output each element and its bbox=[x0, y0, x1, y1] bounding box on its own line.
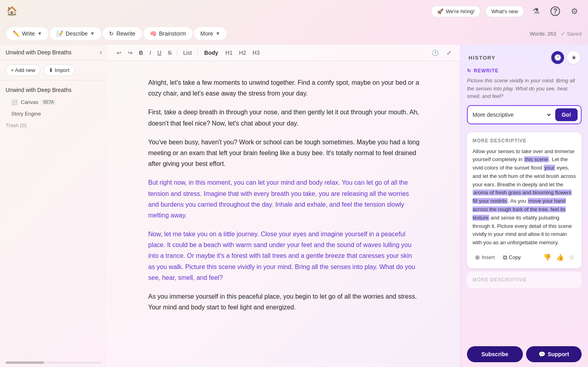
history-star-icon: ★ bbox=[571, 54, 576, 61]
saved-badge: ✓ Saved bbox=[561, 31, 582, 37]
bold-icon: B bbox=[139, 50, 143, 56]
more-button[interactable]: More ▼ bbox=[194, 27, 227, 40]
import-button[interactable]: ⬇ Import bbox=[44, 64, 74, 76]
history-star-button[interactable]: ★ bbox=[567, 51, 580, 64]
history-toggle-button[interactable]: 🕐 bbox=[429, 48, 441, 58]
h2-format-label[interactable]: H2 bbox=[236, 48, 248, 58]
sidebar-item-trash[interactable]: Trash (0) bbox=[0, 120, 107, 131]
sidebar-nav: Unwind with Deep Breaths ⬜ Canvas BETA S… bbox=[0, 80, 107, 361]
thumbdown-icon: 👎 bbox=[543, 254, 551, 261]
bookmark-button[interactable]: ☆ bbox=[567, 252, 576, 263]
clock-icon: 🕐 bbox=[432, 50, 439, 56]
alert-button[interactable]: ⚗ bbox=[529, 4, 543, 18]
expand-button[interactable]: ⤢ bbox=[444, 48, 454, 58]
go-button[interactable]: Go! bbox=[555, 108, 578, 121]
rewrite-style-select[interactable]: More descriptive More concise More forma… bbox=[471, 111, 552, 118]
main-layout: Unwind with Deep Breaths ‹ + Add new ⬇ I… bbox=[0, 45, 588, 367]
story-engine-label: Story Engine bbox=[11, 111, 41, 117]
insert-button[interactable]: ⊕ Insert bbox=[473, 252, 497, 263]
h3-format-label[interactable]: H3 bbox=[250, 48, 262, 58]
canvas-icon: ⬜ bbox=[11, 99, 18, 105]
expand-icon: ⤢ bbox=[447, 50, 451, 56]
copy-button[interactable]: ⧉ Copy bbox=[501, 252, 523, 263]
hiring-label: We're hiring! bbox=[446, 8, 475, 14]
body-format-label[interactable]: Body bbox=[201, 48, 221, 58]
result-card-1: MORE DESCRIPTIVE Allow your senses to ta… bbox=[467, 132, 582, 269]
sidebar-header: Unwind with Deep Breaths ‹ bbox=[0, 45, 107, 60]
panel-bottom: Subscribe 💬 Support bbox=[461, 341, 588, 367]
help-button[interactable]: ? bbox=[548, 4, 562, 18]
settings-button[interactable]: ⚙ bbox=[567, 4, 582, 18]
rewrite-label: Rewrite bbox=[116, 30, 135, 37]
brainstorm-button[interactable]: 🧠 Brainstorm bbox=[143, 27, 193, 40]
h1-format-label[interactable]: H1 bbox=[223, 48, 235, 58]
thumbdown-button[interactable]: 👎 bbox=[542, 252, 553, 263]
trash-label: Trash (0) bbox=[6, 122, 26, 128]
more-chevron-icon: ▼ bbox=[216, 31, 220, 36]
topbar: 🏠 🚀 We're hiring! What's new ⚗ ? ⚙ bbox=[0, 0, 588, 22]
editor-paragraph-6: As you immerse yourself in this peaceful… bbox=[148, 291, 420, 313]
sidebar-doc-name: Unwind with Deep Breaths bbox=[6, 87, 72, 93]
sidebar-actions: + Add new ⬇ Import bbox=[0, 60, 107, 80]
sidebar-doc-title: Unwind with Deep Breaths bbox=[6, 49, 72, 56]
history-clock-button[interactable]: 🕐 bbox=[551, 51, 564, 64]
result-actions: ⊕ Insert ⧉ Copy 👎 👍 ☆ bbox=[473, 252, 576, 263]
editor-text-area[interactable]: Alright, let's take a few moments to unw… bbox=[148, 77, 420, 313]
copy-label: Copy bbox=[509, 254, 521, 260]
result-card-preview: MORE DESCRIPTIVE bbox=[467, 271, 582, 288]
strikethrough-icon: S bbox=[168, 50, 171, 56]
bookmark-icon: ☆ bbox=[569, 254, 574, 261]
rewrite-controls: More descriptive More concise More forma… bbox=[467, 105, 582, 124]
describe-button[interactable]: 📝 Describe ▼ bbox=[50, 27, 101, 40]
bold-button[interactable]: B bbox=[137, 48, 145, 58]
words-count: Words: 263 bbox=[530, 31, 556, 37]
checkmark-icon: ✓ bbox=[561, 31, 565, 37]
sidebar-item-canvas[interactable]: ⬜ Canvas BETA bbox=[0, 96, 107, 108]
highlight-2: your bbox=[544, 165, 555, 171]
result-card-text: Allow your senses to take over and immer… bbox=[473, 148, 576, 247]
italic-button[interactable]: I bbox=[147, 48, 153, 58]
hiring-button[interactable]: 🚀 We're hiring! bbox=[431, 6, 481, 17]
brainstorm-icon: 🧠 bbox=[150, 30, 157, 37]
redo-button[interactable]: ↪ bbox=[125, 48, 135, 58]
rewrite-button[interactable]: ↻ Rewrite bbox=[103, 27, 141, 40]
whats-new-button[interactable]: What's new bbox=[485, 6, 524, 17]
editor-content[interactable]: Alright, let's take a few moments to unw… bbox=[108, 61, 460, 367]
subscribe-button[interactable]: Subscribe bbox=[467, 346, 523, 362]
alert-icon: ⚗ bbox=[532, 6, 540, 16]
topbar-right: 🚀 We're hiring! What's new ⚗ ? ⚙ bbox=[431, 4, 582, 18]
format-separator-2 bbox=[197, 49, 198, 56]
editor-paragraph-1: Alright, let's take a few moments to unw… bbox=[148, 77, 420, 99]
rewrite-icon: ↻ bbox=[109, 30, 114, 37]
history-title: HISTORY bbox=[469, 55, 496, 61]
list-button[interactable]: List bbox=[181, 48, 194, 58]
thumbup-button[interactable]: 👍 bbox=[554, 252, 566, 263]
rewrite-description: Picture this scene vividly in your mind.… bbox=[467, 77, 582, 100]
sidebar-close-button[interactable]: ‹ bbox=[100, 49, 102, 56]
list-icon: List bbox=[183, 50, 192, 56]
support-button[interactable]: 💬 Support bbox=[526, 346, 582, 362]
thumbup-icon: 👍 bbox=[556, 254, 564, 261]
write-button[interactable]: ✏️ Write ▼ bbox=[6, 27, 48, 40]
undo-button[interactable]: ↩ bbox=[114, 48, 124, 58]
sidebar-scrollbar[interactable] bbox=[6, 361, 102, 364]
more-label: More bbox=[201, 30, 213, 37]
result-card-preview-title: MORE DESCRIPTIVE bbox=[473, 277, 576, 283]
sidebar-item-unwind[interactable]: Unwind with Deep Breaths bbox=[0, 84, 107, 96]
editor-panel: ↩ ↪ B I U S List Body H1 H2 bbox=[108, 45, 460, 367]
write-chevron-icon: ▼ bbox=[37, 31, 42, 36]
format-bar-right: 🕐 ⤢ bbox=[429, 48, 454, 58]
sidebar-item-story-engine[interactable]: Story Engine bbox=[0, 108, 107, 120]
sidebar-scrollbar-thumb bbox=[6, 361, 44, 364]
add-new-button[interactable]: + Add new bbox=[6, 64, 40, 76]
underline-button[interactable]: U bbox=[155, 48, 164, 58]
editor-paragraph-3: You've been busy, haven't you? Work or s… bbox=[148, 137, 420, 170]
editor-paragraph-4: But right now, in this moment, you can l… bbox=[148, 177, 420, 221]
italic-icon: I bbox=[149, 50, 151, 56]
strikethrough-button[interactable]: S bbox=[165, 48, 174, 58]
chevron-left-icon: ‹ bbox=[100, 49, 102, 56]
insert-label: Insert bbox=[482, 254, 495, 260]
home-icon[interactable]: 🏠 bbox=[6, 6, 17, 16]
support-icon: 💬 bbox=[538, 351, 545, 357]
history-panel: HISTORY 🕐 ★ ↻ REWRITE Picture this scene… bbox=[460, 45, 588, 367]
